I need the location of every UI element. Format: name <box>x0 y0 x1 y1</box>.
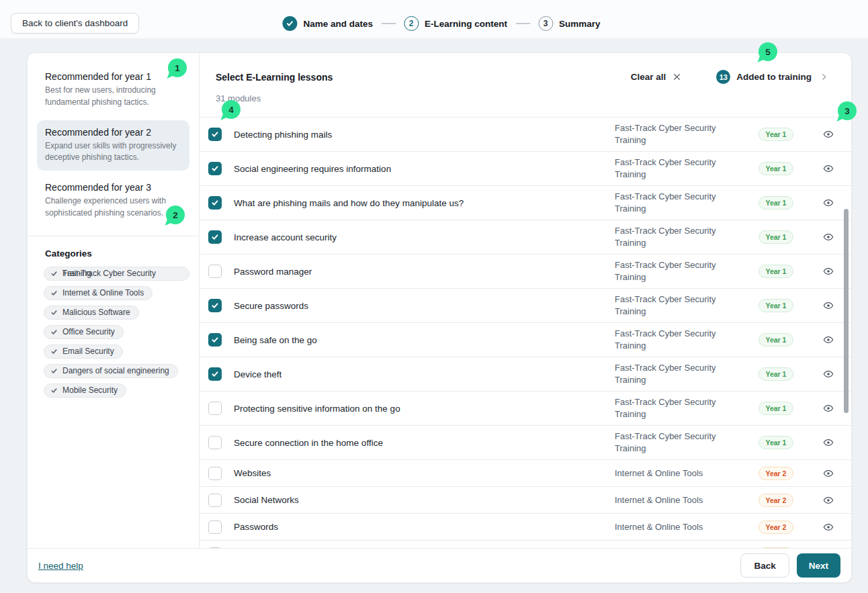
lesson-row: Being safe on the goFast-Track Cyber Sec… <box>200 322 851 357</box>
panel-title: Select E-Learning lessons <box>216 72 333 83</box>
chevron-right-icon[interactable] <box>820 73 828 81</box>
category-pill[interactable]: Dangers of social engineering <box>44 364 178 378</box>
scrollbar-thumb[interactable] <box>844 209 849 413</box>
step-2[interactable]: 2E-Learning content <box>404 16 507 31</box>
category-pill-row: Office Security <box>37 325 189 345</box>
recommendation-item-year-2[interactable]: Recommended for year 2Expand user skills… <box>37 120 189 171</box>
step-check-icon <box>282 16 297 31</box>
help-link[interactable]: I need help <box>38 561 83 571</box>
recommendation-title: Recommended for year 3 <box>45 182 181 193</box>
year-badge-cell: Year 1 <box>742 402 810 415</box>
lesson-checkbox-checked[interactable] <box>208 128 222 141</box>
recommendation-title: Recommended for year 1 <box>45 71 181 82</box>
preview-eye-icon[interactable] <box>810 468 847 479</box>
check-icon <box>50 309 58 316</box>
year-badge-cell: Year 1 <box>742 230 810 244</box>
lesson-row: Password managerFast-Track Cyber Securit… <box>200 254 851 288</box>
preview-eye-icon[interactable] <box>810 403 847 414</box>
preview-eye-icon[interactable] <box>810 369 847 379</box>
lesson-category: Fast-Track Cyber Security Training <box>615 225 742 248</box>
year-badge: Year 2 <box>758 547 794 549</box>
step-connector <box>381 23 396 24</box>
category-pill-row: Internet & Online Tools <box>37 286 189 306</box>
year-badge: Year 1 <box>758 230 794 244</box>
category-pill-list: Fast-Track Cyber Security TrainingIntern… <box>37 267 189 403</box>
step-3[interactable]: 3Summary <box>538 16 601 31</box>
preview-eye-icon[interactable] <box>810 437 847 448</box>
lesson-row: Social NetworksInternet & Online ToolsYe… <box>200 486 851 513</box>
back-button[interactable]: Back <box>740 553 789 578</box>
top-bar: Back to client's dashboard Name and date… <box>0 0 868 38</box>
preview-eye-icon[interactable] <box>810 300 847 311</box>
main-card: Recommended for year 1Best for new users… <box>27 52 852 583</box>
preview-eye-icon[interactable] <box>810 197 847 208</box>
recommendation-description: Challenge experienced users with sophist… <box>45 195 181 220</box>
preview-eye-icon[interactable] <box>810 266 847 277</box>
lesson-checkbox-unchecked[interactable] <box>208 402 222 415</box>
year-badge: Year 1 <box>758 402 794 415</box>
lesson-name: Passwords <box>234 522 615 532</box>
year-badge: Year 2 <box>758 467 794 480</box>
lesson-name: Secure passwords <box>234 301 615 311</box>
sidebar: Recommended for year 1Best for new users… <box>28 53 200 548</box>
category-pill-row: Dangers of social engineering <box>37 364 189 383</box>
lesson-checkbox-unchecked[interactable] <box>208 436 222 449</box>
lesson-name: Secure connection in the home office <box>234 438 615 448</box>
lesson-row: Social engineering requires informationF… <box>200 151 851 185</box>
next-button[interactable]: Next <box>797 553 840 578</box>
step-1[interactable]: Name and dates <box>282 16 373 31</box>
year-badge-cell: Year 2 <box>742 547 810 549</box>
category-pill[interactable]: Internet & Online Tools <box>44 286 153 300</box>
lesson-panel-header: Select E-Learning lessons Clear all 13 A… <box>200 53 851 84</box>
lesson-checkbox-unchecked[interactable] <box>208 265 222 278</box>
lesson-category: Fast-Track Cyber Security Training <box>615 191 742 214</box>
clear-all-x-icon[interactable] <box>672 73 681 81</box>
panel-header-actions: Clear all 13 Added to training <box>631 70 828 84</box>
category-pill[interactable]: Malicious Software <box>44 306 139 320</box>
lesson-checkbox-checked[interactable] <box>208 230 222 244</box>
lesson-checkbox-unchecked[interactable] <box>208 547 222 549</box>
recommendation-list: Recommended for year 1Best for new users… <box>37 64 189 226</box>
year-badge-cell: Year 2 <box>742 467 810 480</box>
lesson-checkbox-checked[interactable] <box>208 196 222 210</box>
modules-count: 31 modules <box>216 93 851 103</box>
category-pill[interactable]: Mobile Security <box>44 383 126 398</box>
lesson-category: Fast-Track Cyber Security Training <box>615 328 742 351</box>
annotation-marker-5: 5 <box>758 42 777 61</box>
lesson-name: Social Networks <box>234 495 615 505</box>
lesson-checkbox-unchecked[interactable] <box>208 520 222 534</box>
lesson-checkbox-checked[interactable] <box>208 162 222 175</box>
year-badge-cell: Year 1 <box>742 333 810 347</box>
preview-eye-icon[interactable] <box>810 522 847 533</box>
lesson-checkbox-checked[interactable] <box>208 299 222 312</box>
category-pill[interactable]: Office Security <box>44 325 124 339</box>
year-badge-cell: Year 2 <box>742 494 810 507</box>
lesson-checkbox-unchecked[interactable] <box>208 494 222 507</box>
preview-eye-icon[interactable] <box>810 495 847 506</box>
lesson-category: Fast-Track Cyber Security Training <box>615 122 742 146</box>
preview-eye-icon[interactable] <box>810 334 847 345</box>
lesson-list: Detecting phishing mailsFast-Track Cyber… <box>200 117 851 548</box>
lesson-name: Detecting phishing mails <box>234 130 615 140</box>
preview-eye-icon[interactable] <box>810 163 847 174</box>
lesson-checkbox-checked[interactable] <box>208 333 222 347</box>
clear-all-button[interactable]: Clear all <box>631 72 666 82</box>
year-badge-cell: Year 1 <box>742 367 810 381</box>
lesson-row: Year 2 <box>200 540 851 548</box>
recommendation-item-year-1[interactable]: Recommended for year 1Best for new users… <box>37 64 189 116</box>
added-to-training-link[interactable]: Added to training <box>736 72 812 82</box>
preview-eye-icon[interactable] <box>810 129 847 140</box>
lesson-row: Increase account securityFast-Track Cybe… <box>200 220 851 254</box>
lesson-category: Fast-Track Cyber Security Training <box>615 293 742 317</box>
year-badge: Year 1 <box>758 367 794 381</box>
lesson-checkbox-unchecked[interactable] <box>208 467 222 480</box>
category-pill[interactable]: Fast-Track Cyber Security Training <box>44 267 189 281</box>
category-pill-row: Email Security <box>37 345 189 364</box>
year-badge: Year 1 <box>758 299 794 312</box>
category-pill[interactable]: Email Security <box>44 345 123 359</box>
preview-eye-icon[interactable] <box>810 232 847 242</box>
back-to-dashboard-button[interactable]: Back to client's dashboard <box>11 13 139 34</box>
year-badge-cell: Year 1 <box>742 299 810 312</box>
wizard-footer: I need help Back Next <box>28 548 851 582</box>
lesson-checkbox-checked[interactable] <box>208 367 222 381</box>
